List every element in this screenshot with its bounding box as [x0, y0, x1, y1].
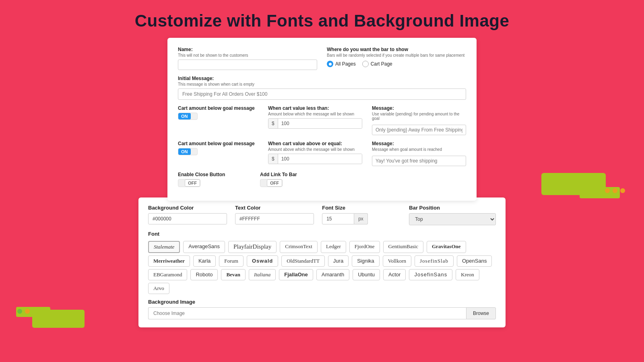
radio-check-all-pages [327, 61, 333, 67]
browse-button[interactable]: Browse [466, 307, 496, 319]
font-item-averagesans[interactable]: AverageSans [183, 241, 225, 253]
bg-color-col: Background Color [148, 205, 227, 225]
font-size-col: Font Size px [322, 205, 401, 225]
fonts-grid: StalemateAverageSansPlayfairDisplayCrims… [148, 241, 496, 294]
font-item-oldstandardtt[interactable]: OldStandardTT [281, 255, 325, 267]
font-item-gravitasone[interactable]: GravitasOne [427, 241, 466, 253]
font-item-fjordone[interactable]: FjordOne [349, 241, 380, 253]
message-less-col: Message: Use variable {pending} for pend… [372, 105, 466, 135]
font-item-josefinslab[interactable]: JosefinSlab [415, 255, 454, 267]
font-item-ebgaramond[interactable]: EBGaramond [148, 269, 187, 280]
bar-position-select[interactable]: Top Bottom [409, 213, 496, 225]
toggle-on-container[interactable]: ON [178, 113, 198, 120]
name-input[interactable] [178, 60, 317, 70]
radio-all-pages[interactable]: All Pages [327, 61, 356, 67]
form-panel: Name: This will not be shown to the cust… [167, 38, 477, 201]
font-item-ubuntu[interactable]: Ubuntu [353, 269, 380, 280]
close-toggle-off: OFF [185, 179, 200, 187]
font-item-forum[interactable]: Forum [219, 255, 244, 267]
font-size-label: Font Size [322, 205, 401, 211]
font-item-ledger[interactable]: Ledger [321, 241, 346, 253]
deco-dots-right [605, 188, 625, 193]
link-toggle-off: OFF [267, 179, 282, 187]
close-btn-label: Enable Close Button [178, 172, 250, 177]
deco-dots-left [17, 309, 30, 314]
toggle-on-label: ON [178, 113, 191, 119]
bg-color-label: Background Color [148, 205, 227, 211]
deco-dot-1 [605, 188, 610, 193]
bar-show-sublabel: Bars will be randomly selected if you cr… [327, 53, 466, 58]
cart-less-value[interactable] [278, 119, 362, 128]
toggle-on2-container[interactable]: ON [178, 148, 198, 155]
form-row-name-barshow: Name: This will not be shown to the cust… [178, 47, 466, 70]
font-item-fjallaone[interactable]: FjallaOne [279, 269, 313, 280]
radio-cart-page[interactable]: Cart Page [362, 61, 392, 67]
font-item-bevan[interactable]: Bevan [221, 269, 246, 280]
deco-dot-2 [613, 188, 617, 193]
font-item-merriweather[interactable]: Merriweather [148, 255, 190, 267]
settings-panel: Background Color Text Color Font Size px… [138, 197, 506, 327]
message-above-label: Message: [372, 141, 466, 146]
font-item-crimsontext[interactable]: CrimsonText [280, 241, 318, 253]
cart-above-value[interactable] [278, 154, 362, 164]
font-item-oswald[interactable]: Oswald [247, 255, 278, 267]
page-title: Customize with Fonts and Background Imag… [0, 0, 644, 38]
initial-message-input[interactable] [178, 88, 466, 100]
font-item-arvo[interactable]: Arvo [148, 283, 169, 294]
bg-image-input[interactable] [148, 307, 466, 319]
font-item-josefinsans[interactable]: JosefinSans [409, 269, 452, 280]
font-item-signika[interactable]: Signika [352, 255, 380, 267]
cart-above-currency-input: $ [268, 154, 362, 164]
when-cart-less-label: When cart value less than: [268, 105, 362, 111]
name-col: Name: This will not be shown to the cust… [178, 47, 317, 70]
toggle-on2-off [191, 151, 197, 152]
name-sublabel: This will not be shown to the customers [178, 53, 317, 58]
close-toggle-empty [178, 182, 185, 184]
font-item-roboto[interactable]: Roboto [190, 269, 218, 280]
link-toggle[interactable]: OFF [260, 179, 283, 187]
bg-image-row: Browse [148, 307, 496, 319]
text-color-input[interactable] [235, 213, 314, 224]
message-less-sublabel: Use variable {pending} for pending amoun… [372, 112, 466, 121]
cart-below-label: Cart amount below goal message [178, 105, 258, 111]
initial-message-label: Initial Message: [178, 76, 466, 81]
radio-inner [329, 63, 332, 66]
cart-above-label: Cart amount below goal message [178, 141, 258, 146]
bg-color-input[interactable] [148, 213, 227, 224]
radio-empty-cart [362, 61, 369, 67]
when-cart-above-col: When cart value above or equal: Amount a… [268, 141, 362, 166]
cart-below-row: Cart amount below goal message ON When c… [178, 105, 466, 135]
cart-below-col: Cart amount below goal message ON [178, 105, 258, 135]
font-item-karla[interactable]: Karla [193, 255, 216, 267]
currency-symbol-above: $ [268, 154, 278, 164]
bar-position-label: Bar Position [409, 205, 496, 211]
font-item-gentiumbasic[interactable]: GentiumBasic [383, 241, 423, 253]
font-size-input[interactable] [322, 213, 354, 224]
radio-cart-page-label: Cart Page [371, 61, 392, 67]
font-item-vollkorn[interactable]: Vollkorn [383, 255, 411, 267]
close-toggle[interactable]: OFF [178, 179, 200, 187]
font-item-jura[interactable]: Jura [328, 255, 349, 267]
font-item-actor[interactable]: Actor [383, 269, 406, 280]
bar-show-col: Where do you want the bar to show Bars w… [327, 47, 466, 70]
link-toggle-empty [260, 182, 267, 184]
message-above-input[interactable] [372, 156, 466, 166]
settings-top-row: Background Color Text Color Font Size px… [148, 205, 496, 225]
message-above-col: Message: Message when goal amount is rea… [372, 141, 466, 166]
close-link-row: Enable Close Button OFF Add Link To Bar … [178, 172, 466, 187]
text-color-col: Text Color [235, 205, 314, 225]
toggle-on-off [191, 115, 197, 117]
add-link-col: Add Link To Bar OFF [260, 172, 341, 187]
bar-pos-col: Bar Position Top Bottom [409, 205, 496, 225]
font-item-playfairdisplay[interactable]: PlayfairDisplay [228, 241, 277, 253]
message-less-input[interactable] [372, 125, 466, 135]
font-item-kreon[interactable]: Kreon [456, 269, 479, 280]
font-item-opensans[interactable]: OpenSans [457, 255, 492, 267]
text-color-label: Text Color [235, 205, 314, 211]
font-item-italiana[interactable]: Italiana [249, 269, 276, 280]
radio-group: All Pages Cart Page [327, 61, 466, 67]
font-item-stalemate[interactable]: Stalemate [148, 241, 180, 253]
font-item-amaranth[interactable]: Amaranth [316, 269, 349, 280]
message-less-label: Message: [372, 105, 466, 111]
radio-all-pages-label: All Pages [335, 61, 356, 67]
